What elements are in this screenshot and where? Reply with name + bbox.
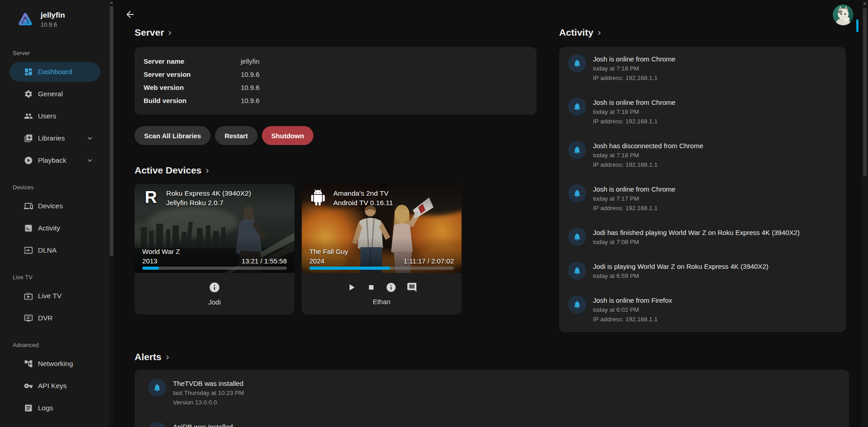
networking-icon <box>24 359 33 368</box>
activity-item: Jodi is playing World War Z on Roku Expr… <box>568 262 837 281</box>
notification-avatar <box>148 379 166 397</box>
server-info-value: 10.9.6 <box>241 70 260 78</box>
active-devices-heading[interactable]: Active Devices <box>135 165 211 176</box>
roku-logo-icon: R <box>145 188 157 206</box>
sidebar-item-devices[interactable]: Devices <box>9 196 100 216</box>
bell-icon <box>573 232 582 241</box>
device-card-footer: Ethan <box>302 273 462 314</box>
sidebar-item-users[interactable]: Users <box>9 106 100 126</box>
device-card-footer: Jodi <box>135 273 294 314</box>
notification-avatar <box>568 184 586 202</box>
sidebar-item-dlna[interactable]: DLNA <box>9 240 100 260</box>
alert-item: AniDB was installed <box>148 422 840 427</box>
sidebar-item-dashboard[interactable]: Dashboard <box>9 62 100 82</box>
device-header: R Roku Express 4K (3940X2) Jellyfin Roku… <box>141 188 251 207</box>
playback-progress-fill <box>142 267 159 270</box>
server-info-label: Server version <box>144 70 241 78</box>
activity-card: Josh is online from Chrometoday at 7:18 … <box>559 47 846 332</box>
device-name: Roku Express 4K (3940X2) <box>166 188 251 198</box>
sidebar-item-label: Libraries <box>38 134 65 142</box>
playback-progress-fill <box>309 267 390 270</box>
android-icon <box>310 188 326 206</box>
device-card-roku[interactable]: R Roku Express 4K (3940X2) Jellyfin Roku… <box>135 184 294 314</box>
server-info-row: Server name jellyfin <box>144 55 527 68</box>
activity-heading[interactable]: Activity <box>559 27 603 38</box>
alerts-heading[interactable]: Alerts <box>135 352 172 362</box>
sidebar-scrollbar-thumb[interactable] <box>110 6 113 256</box>
sidebar-item-label: Activity <box>38 224 60 232</box>
alerts-title: Alerts <box>135 352 162 362</box>
activity-item-title: Jodi has finished playing World War Z on… <box>593 228 800 237</box>
activity-item: Josh is online from Firefoxtoday at 6:02… <box>568 296 837 324</box>
sidebar-item-live-tv[interactable]: Live TV <box>9 286 100 306</box>
notification-avatar <box>148 422 166 427</box>
back-button[interactable] <box>122 6 138 23</box>
sidebar-item-label: Playback <box>38 156 66 164</box>
notification-avatar <box>568 262 586 280</box>
app-name: jellyfin <box>41 11 65 20</box>
sidebar-item-label: Users <box>38 112 56 120</box>
active-devices-title: Active Devices <box>135 165 201 176</box>
activity-item-ip: IP address: 192.168.1.1 <box>593 314 672 324</box>
scroll-up-arrow-icon[interactable] <box>110 1 113 4</box>
play-icon[interactable] <box>346 282 357 293</box>
scroll-up-arrow-icon[interactable] <box>863 2 867 5</box>
back-arrow-icon <box>125 9 135 20</box>
server-section-title: Server <box>135 27 164 38</box>
sidebar-item-networking[interactable]: Networking <box>9 354 100 374</box>
media-year: 2024 <box>309 257 324 265</box>
chevron-right-icon <box>166 29 174 37</box>
scan-all-libraries-button[interactable]: Scan All Libraries <box>135 126 210 145</box>
activity-item: Jodi has finished playing World War Z on… <box>568 228 837 247</box>
media-title: World War Z <box>142 248 180 255</box>
stop-icon[interactable] <box>367 283 376 292</box>
activity-item-ip: IP address: 192.168.1.1 <box>593 73 676 83</box>
restart-button[interactable]: Restart <box>215 126 257 145</box>
device-card-android-tv[interactable]: Amanda's 2nd TV Android TV 0.16.11 The F… <box>302 184 462 314</box>
activity-item-title: Josh is online from Chrome <box>593 184 676 194</box>
playback-progress-bar <box>309 267 454 270</box>
app-header: jellyfin 10.9.6 <box>0 0 110 29</box>
page-scrollbar-thumb[interactable] <box>863 8 867 176</box>
now-playing-backdrop: R Roku Express 4K (3940X2) Jellyfin Roku… <box>135 184 294 273</box>
notification-avatar <box>568 228 586 246</box>
sidebar-item-label: DLNA <box>38 246 56 254</box>
device-header: Amanda's 2nd TV Android TV 0.16.11 <box>308 188 393 207</box>
bell-icon <box>573 59 582 68</box>
message-icon[interactable] <box>406 282 417 293</box>
logs-icon <box>24 404 33 413</box>
bell-icon <box>573 189 582 198</box>
sidebar-item-dvr[interactable]: DVR <box>9 308 100 328</box>
server-section-heading[interactable]: Server <box>135 27 174 38</box>
server-info-label: Build version <box>144 97 241 104</box>
sidebar-item-general[interactable]: General <box>9 84 100 104</box>
sidebar-section-advanced: Advanced <box>13 342 110 348</box>
playback-progress-bar <box>142 267 287 270</box>
server-actions: Scan All Libraries Restart Shutdown <box>135 126 313 145</box>
sidebar-item-playback[interactable]: Playback <box>9 150 100 170</box>
sidebar-item-logs[interactable]: Logs <box>9 398 100 418</box>
chevron-down-icon <box>86 156 94 164</box>
user-avatar[interactable] <box>833 5 854 25</box>
sidebar-item-libraries[interactable]: Libraries <box>9 128 100 148</box>
device-name: Amanda's 2nd TV <box>333 188 393 198</box>
notification-avatar <box>568 141 586 159</box>
users-icon <box>24 112 33 121</box>
shutdown-button[interactable]: Shutdown <box>262 126 313 145</box>
page-scrollbar <box>862 0 868 427</box>
server-info-row: Build version 10.9.6 <box>144 94 527 107</box>
sidebar-item-activity[interactable]: Activity <box>9 218 100 238</box>
activity-item-title: Josh is online from Chrome <box>593 54 676 64</box>
info-icon[interactable] <box>386 282 397 293</box>
sidebar-item-label: DVR <box>38 314 53 322</box>
activity-item-time: today at 7:18 PM <box>593 107 676 117</box>
sidebar-item-label: Dashboard <box>38 68 72 76</box>
sidebar-item-api-keys[interactable]: API Keys <box>9 376 100 396</box>
server-info-value: 10.9.6 <box>241 84 260 91</box>
client-app: Jellyfin Roku 2.0.7 <box>166 198 251 207</box>
info-icon[interactable] <box>209 282 220 293</box>
chevron-right-icon <box>163 353 172 361</box>
dvr-icon <box>24 314 33 323</box>
chevron-right-icon <box>203 167 211 175</box>
media-year: 2013 <box>142 257 157 265</box>
